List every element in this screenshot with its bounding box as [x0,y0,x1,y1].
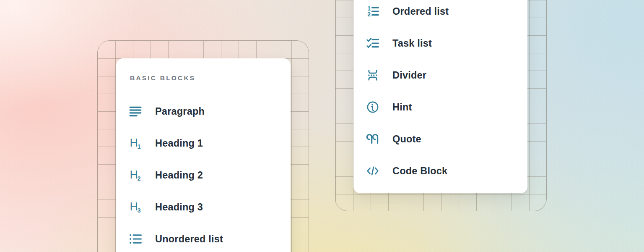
unordered-list-icon [129,233,142,245]
menu-item-label: Heading 2 [155,170,203,181]
heading-2-icon: H2 [129,169,142,181]
svg-text:1: 1 [138,143,141,150]
quote-icon [366,133,379,145]
menu-item-divider[interactable]: Divider [353,59,527,91]
heading-1-icon: H1 [129,137,142,150]
svg-text:H: H [130,201,138,213]
menu-item-task-list[interactable]: Task list [353,27,527,59]
svg-text:2: 2 [367,11,371,18]
menu-item-code-block[interactable]: Code Block [353,155,527,187]
menu-item-ordered-list[interactable]: 12Ordered list [353,0,527,27]
menu-item-label: Paragraph [155,106,205,117]
menu-item-label: Heading 3 [155,202,203,213]
menu-item-label: Hint [392,102,412,113]
menu-item-label: Code Block [392,165,447,177]
divider-icon [366,69,379,81]
block-menu-card-more: 12Ordered listTask listDividerHintQuoteC… [353,0,527,193]
menu-item-quote[interactable]: Quote [353,123,527,155]
menu-item-label: Unordered list [155,234,223,245]
menu-item-label: Task list [392,38,432,49]
svg-text:3: 3 [138,207,141,213]
code-block-icon [366,165,379,177]
card-section-header: BASIC BLOCKS [130,74,291,82]
menu-item-label: Quote [392,134,421,145]
svg-text:H: H [130,169,138,181]
menu-item-heading-3[interactable]: H3Heading 3 [116,191,291,223]
menu-item-heading-1[interactable]: H1Heading 1 [116,127,291,159]
block-menu-card-basic: BASIC BLOCKS ParagraphH1Heading 1H2Headi… [116,58,291,252]
hint-icon [366,101,379,113]
menu-item-label: Ordered list [392,6,449,17]
paragraph-icon [129,105,142,118]
ordered-list-icon: 12 [366,5,379,18]
menu-item-heading-2[interactable]: H2Heading 2 [116,159,291,191]
menu-item-label: Divider [392,70,426,81]
menu-item-label: Heading 1 [155,138,203,149]
svg-text:2: 2 [138,175,141,181]
svg-text:H: H [130,137,138,149]
menu-item-list: 12Ordered listTask listDividerHintQuoteC… [353,0,527,187]
menu-item-unordered-list[interactable]: Unordered list [116,223,291,252]
menu-item-list: ParagraphH1Heading 1H2Heading 2H3Heading… [116,95,291,252]
menu-item-paragraph[interactable]: Paragraph [116,95,291,127]
menu-item-hint[interactable]: Hint [353,91,527,123]
heading-3-icon: H3 [129,201,142,213]
task-list-icon [366,37,379,50]
